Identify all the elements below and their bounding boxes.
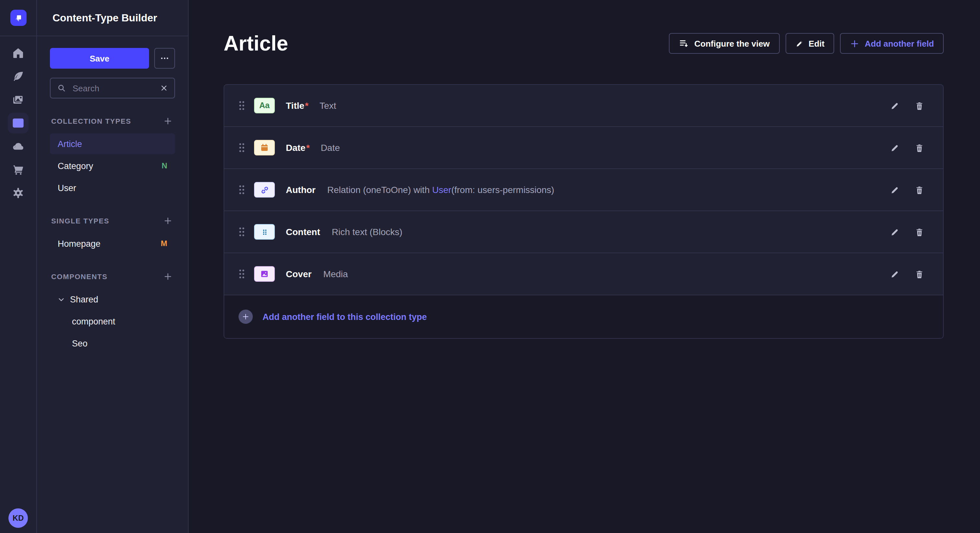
pencil-icon xyxy=(795,39,803,48)
search-icon xyxy=(57,84,66,93)
required-mark: * xyxy=(305,100,309,111)
media-library-icon[interactable] xyxy=(8,89,29,110)
plus-icon xyxy=(850,38,859,48)
delete-field-button[interactable] xyxy=(911,265,928,282)
sidebar-item-label: component xyxy=(72,316,115,326)
settings-gear-icon[interactable] xyxy=(8,182,29,203)
delete-field-button[interactable] xyxy=(911,181,928,198)
status-badge-new: N xyxy=(162,161,167,170)
configure-list-icon xyxy=(679,38,689,49)
table-row: Aa Title* Text xyxy=(224,85,943,127)
edit-field-button[interactable] xyxy=(886,265,903,282)
chevron-down-icon xyxy=(58,296,65,303)
rail-nav xyxy=(8,43,29,203)
sidebar-item-user[interactable]: User xyxy=(50,178,175,198)
add-field-row[interactable]: Add another field to this collection typ… xyxy=(224,295,943,338)
plus-circle-icon xyxy=(239,309,253,324)
drag-handle-icon[interactable] xyxy=(239,227,245,237)
sidebar-item-article[interactable]: Article xyxy=(50,133,175,154)
configure-view-button[interactable]: Configure the view xyxy=(669,33,780,54)
sidebar-item-label: Shared xyxy=(70,294,98,304)
sidebar-item-seo[interactable]: Seo xyxy=(50,333,175,354)
sidebar-item-shared[interactable]: Shared xyxy=(50,289,175,309)
relation-target-link[interactable]: User xyxy=(432,185,452,195)
table-row: Content Rich text (Blocks) xyxy=(224,211,943,253)
sidebar-item-homepage[interactable]: Homepage M xyxy=(50,233,175,254)
search-box xyxy=(50,78,175,98)
more-options-button[interactable] xyxy=(154,48,175,69)
delete-field-button[interactable] xyxy=(911,97,928,114)
field-name: Date xyxy=(286,143,305,153)
clear-search-icon[interactable] xyxy=(160,84,168,92)
home-icon[interactable] xyxy=(8,43,29,63)
search-input[interactable] xyxy=(71,82,155,94)
drag-handle-icon[interactable] xyxy=(239,269,245,279)
header-actions: Configure the view Edit Add another fiel… xyxy=(669,33,944,54)
sidebar-item-category[interactable]: Category N xyxy=(50,155,175,176)
field-name: Cover xyxy=(286,269,312,279)
edit-field-button[interactable] xyxy=(886,181,903,198)
configure-view-label: Configure the view xyxy=(695,38,770,48)
table-row: Cover Media xyxy=(224,253,943,295)
content-type-builder-icon[interactable] xyxy=(8,113,29,133)
delete-field-button[interactable] xyxy=(911,139,928,156)
edit-label: Edit xyxy=(808,38,824,48)
content-manager-feather-icon[interactable] xyxy=(8,66,29,87)
add-single-type-icon[interactable] xyxy=(162,215,174,227)
strapi-logo-icon[interactable] xyxy=(10,10,26,26)
components-section: COMPONENTS Shared component xyxy=(50,271,175,354)
edit-button[interactable]: Edit xyxy=(785,33,834,54)
field-type: Text xyxy=(320,100,336,111)
add-collection-type-icon[interactable] xyxy=(162,115,174,127)
field-type: Media xyxy=(323,269,348,279)
field-type: Relation (oneToOne) with User(from: user… xyxy=(327,185,554,195)
page-title: Article xyxy=(224,32,288,56)
sidebar-item-component[interactable]: component xyxy=(50,311,175,332)
save-button[interactable]: Save xyxy=(50,48,149,69)
sidebar-title: Content-Type Builder xyxy=(52,12,157,24)
section-label: COMPONENTS xyxy=(51,273,108,281)
drag-handle-icon[interactable] xyxy=(239,143,245,153)
sidebar-item-label: Category xyxy=(58,161,93,171)
add-field-to-collection-label[interactable]: Add another field to this collection typ… xyxy=(262,312,427,322)
sidebar-item-label: Homepage xyxy=(58,239,100,248)
add-another-field-button[interactable]: Add another field xyxy=(840,33,944,54)
sidebar-item-label: User xyxy=(58,183,76,193)
section-label: SINGLE TYPES xyxy=(51,217,109,225)
status-badge-modified: M xyxy=(161,239,167,248)
sidebar: Content-Type Builder Save xyxy=(37,0,189,533)
edit-field-button[interactable] xyxy=(886,224,903,240)
fields-table: Aa Title* Text Date* xyxy=(224,84,944,339)
sidebar-body: Save COLLECTION TYPES xyxy=(37,36,188,365)
text-field-icon: Aa xyxy=(254,98,275,113)
app: KD Content-Type Builder Save xyxy=(0,0,980,533)
drag-handle-icon[interactable] xyxy=(239,185,245,195)
table-row: Date* Date xyxy=(224,127,943,169)
table-row: Author Relation (oneToOne) with User(fro… xyxy=(224,169,943,211)
field-type: Rich text (Blocks) xyxy=(332,227,402,237)
add-component-icon[interactable] xyxy=(162,271,174,282)
marketplace-cart-icon[interactable] xyxy=(8,159,29,180)
sidebar-header: Content-Type Builder xyxy=(37,0,188,36)
relation-field-icon xyxy=(254,182,275,198)
add-field-label: Add another field xyxy=(865,38,934,48)
main-content: Article Configure the view Edit xyxy=(189,0,980,533)
rail-header xyxy=(0,0,36,36)
field-name: Author xyxy=(286,185,316,195)
delete-field-button[interactable] xyxy=(911,224,928,240)
required-mark: * xyxy=(306,143,310,153)
media-field-icon xyxy=(254,266,275,282)
cloud-icon[interactable] xyxy=(8,136,29,157)
field-type: Date xyxy=(321,143,340,153)
field-name: Content xyxy=(286,227,320,237)
drag-handle-icon[interactable] xyxy=(239,100,245,111)
date-field-icon xyxy=(254,140,275,155)
sidebar-item-label: Article xyxy=(58,139,82,149)
edit-field-button[interactable] xyxy=(886,97,903,114)
user-avatar[interactable]: KD xyxy=(8,508,28,528)
edit-field-button[interactable] xyxy=(886,139,903,156)
section-label: COLLECTION TYPES xyxy=(51,117,131,125)
single-types-section: SINGLE TYPES Homepage M xyxy=(50,215,175,254)
collection-types-section: COLLECTION TYPES Article Category N xyxy=(50,115,175,198)
main-nav-rail: KD xyxy=(0,0,37,533)
